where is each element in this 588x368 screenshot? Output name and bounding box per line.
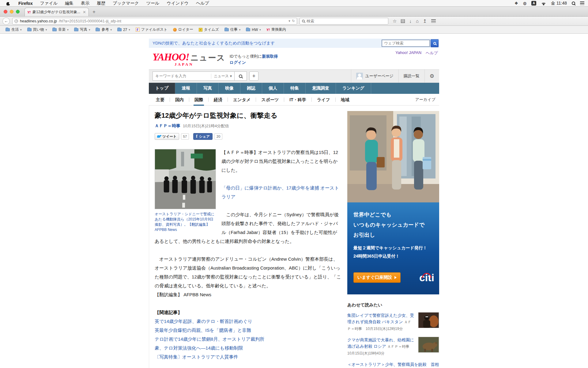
notification-center-icon[interactable] <box>580 2 584 5</box>
subtab-kokunai[interactable]: 国内 <box>170 98 189 102</box>
tab-top[interactable]: トップ <box>149 83 175 94</box>
reload-icon[interactable]: ↻ <box>292 19 295 23</box>
site-identity-icon[interactable] <box>14 19 18 23</box>
menu-help[interactable]: ヘルプ <box>192 1 213 6</box>
menubar-clock[interactable]: 金 11:48 <box>551 1 567 6</box>
related-link-2[interactable]: 英最年少自爆犯の両親、ISを「臆病者」と非難 <box>155 326 342 335</box>
bookmark-folder-ongaku[interactable]: 音楽▾ <box>50 27 71 32</box>
facebook-share-button[interactable]: f シェア <box>193 133 213 140</box>
tweet-button[interactable]: ツイート <box>155 133 179 140</box>
browser-search-box[interactable] <box>300 18 388 25</box>
input-method-icon[interactable]: A <box>531 1 536 6</box>
help-link[interactable]: ヘルプ <box>426 50 438 56</box>
recommend-item-1[interactable]: 集団レイプで警察官訴えた少女、受理されず焼身自殺 パキスタン ＡＦＰ＝時事 10… <box>347 312 439 332</box>
back-button[interactable]: ← <box>2 17 10 25</box>
bookmark-folder-seikatsu[interactable]: 生活▾ <box>3 27 24 32</box>
keyword-field[interactable]: ニュース▾ <box>153 71 235 81</box>
bookmark-folder-kaimono[interactable]: 買い物▾ <box>25 27 50 32</box>
login-link[interactable]: ログイン <box>230 60 246 65</box>
zoom-window-button[interactable] <box>16 10 20 13</box>
browser-tab[interactable]: Y! 豪12歳少年がテロ監視対象... ✕ <box>24 8 89 16</box>
tab-kojin[interactable]: 個人 <box>262 83 284 94</box>
search-scope-dropdown[interactable]: ニュース▾ <box>211 74 232 79</box>
bookmark-times[interactable]: Tタイムズ <box>196 27 221 32</box>
web-search-field[interactable] <box>382 40 430 47</box>
settings-button[interactable]: ⚙ <box>424 70 439 82</box>
wifi-icon[interactable] <box>541 2 546 5</box>
citi-ad[interactable]: 世界中どこでも いつものキャッシュカードで お引出し 最短２週間でキャッシュカー… <box>347 111 439 294</box>
ad-cta-button[interactable]: いますぐ口座開設 <box>353 272 401 283</box>
tab-tokushu[interactable]: 特集 <box>284 83 306 94</box>
web-search-button[interactable] <box>431 39 439 47</box>
related-link-5[interactable]: 〔写真特集〕オーストラリアで人質事件 <box>155 352 342 361</box>
menu-window[interactable]: ウインドウ <box>163 1 192 6</box>
tab-shashin[interactable]: 写真 <box>197 83 219 94</box>
yahoo-news-logo[interactable]: YAHOO!ニュース JAPAN <box>153 52 225 66</box>
menu-bookmarks[interactable]: ブックマーク <box>109 1 143 6</box>
subtab-life[interactable]: ライフ <box>311 98 335 102</box>
menu-tools[interactable]: ツール <box>143 1 163 6</box>
related-link-1[interactable]: 英で14歳少年起訴、豪のテロ・斬首計画めぐり <box>155 317 342 326</box>
menu-edit[interactable]: 編集 <box>61 1 77 6</box>
recommend-thumbnail[interactable] <box>418 312 439 332</box>
article-source-link[interactable]: ＡＦＰ＝時事 <box>155 123 180 129</box>
tab-zasshi[interactable]: 雑誌 <box>240 83 262 94</box>
browser-search-input[interactable] <box>307 19 386 23</box>
related-inline-link[interactable]: 「母の日」に爆弾テロ計画か、17歳少年を逮捕 オーストラリア <box>221 185 339 199</box>
spotlight-icon[interactable] <box>572 2 575 5</box>
recommend-title[interactable]: ＜オーストラリア＞少年、警察職員を銃殺 首相「テロ行為」 <box>347 362 439 368</box>
subtab-entame[interactable]: エンタメ <box>228 98 256 102</box>
subtab-sports[interactable]: スポーツ <box>256 98 284 102</box>
bookmark-reuters[interactable]: ロイター <box>171 27 196 32</box>
subtab-it[interactable]: IT・科学 <box>284 98 311 102</box>
bookmark-folder-27[interactable]: 27▾ <box>115 28 133 32</box>
subscriptions-link[interactable]: 購読一覧 <box>398 70 424 82</box>
status-dot-icon[interactable]: ◍ <box>523 1 526 6</box>
add-search-button[interactable]: + <box>249 71 258 81</box>
recommend-item-3[interactable]: ＜オーストラリア＞少年、警察職員を銃殺 首相「テロ行為」 毎日新聞 10月3日(… <box>347 361 439 368</box>
tab-ranking[interactable]: ランキング <box>336 83 371 94</box>
bookmark-filepost[interactable]: Fファイルポスト <box>133 27 170 32</box>
urlbar-dropdown-icon[interactable]: ▾ <box>288 19 290 23</box>
minimize-window-button[interactable] <box>10 10 13 13</box>
article-photo[interactable]: オーストラリア・シドニーで警戒にあたる機動隊員ら（2015年10月9日撮影、資料… <box>155 149 216 232</box>
downloads-icon[interactable]: ↓ <box>409 18 412 24</box>
close-window-button[interactable] <box>4 10 7 13</box>
menu-hamburger-icon[interactable] <box>431 19 436 23</box>
menu-view[interactable]: 表示 <box>77 1 93 6</box>
related-link-4[interactable]: 豪、テロ対策法強化へ―14歳にも移動制限 <box>155 343 342 352</box>
recommend-item-2[interactable]: クマが商業施設で大暴れ、幼稚園に逃げ込み射殺 ロシア ＡＦＰ＝時事 10月15日… <box>347 337 439 356</box>
related-link-3[interactable]: テロ計画で14歳少年に禁錮8月、オーストリア裁判所 <box>155 335 342 343</box>
bookmark-star-icon[interactable]: ☆ <box>393 18 397 24</box>
tab-sokuho[interactable]: 速報 <box>175 83 197 94</box>
tab-ishikichosa[interactable]: 意識調査 <box>306 83 336 94</box>
yahoo-japan-link[interactable]: Yahoo! JAPAN <box>395 50 421 56</box>
menu-file[interactable]: ファイル <box>36 1 61 6</box>
subtab-chiiki[interactable]: 地域 <box>335 98 355 102</box>
promo-link[interactable]: YDNの技術で、あなたと社会をよくするための活動をつなげます <box>153 40 275 46</box>
url-bar[interactable]: headlines.yahoo.co.jp /hl?a=20151015-000… <box>12 18 297 25</box>
photo-caption[interactable]: オーストラリア・シドニーで警戒にあたる機動隊員ら（2015年10月9日撮影、資料… <box>155 212 216 232</box>
subtab-kokusai[interactable]: 国際 <box>189 98 208 102</box>
apple-menu-icon[interactable] <box>6 1 10 6</box>
home-icon[interactable]: ⌂ <box>416 18 419 24</box>
bookmark-folder-shashin[interactable]: 写真▾ <box>72 27 93 32</box>
menu-history[interactable]: 履歴 <box>93 1 109 6</box>
news-search-button[interactable] <box>235 71 247 81</box>
tab-close-icon[interactable]: ✕ <box>83 10 86 14</box>
dropbox-icon[interactable]: ❖ <box>514 1 518 6</box>
signup-link[interactable]: 新規取得 <box>262 54 278 59</box>
tab-eizo[interactable]: 映像 <box>219 83 240 94</box>
archive-link[interactable]: アーカイブ <box>415 97 437 102</box>
menu-firefox[interactable]: Firefox <box>15 1 36 6</box>
keyword-input[interactable] <box>155 74 211 78</box>
web-search-input[interactable] <box>384 41 433 45</box>
bookmark-folder-hw[interactable]: HW▾ <box>243 28 263 32</box>
bookmark-transit[interactable]: Y!乗換案内 <box>264 27 288 32</box>
bookmarks-panel-icon[interactable] <box>401 19 405 23</box>
new-tab-button[interactable]: + <box>89 9 99 16</box>
userpage-link[interactable]: ユーザーページ <box>351 70 398 82</box>
share-icon[interactable]: ↥ <box>423 18 427 24</box>
recommend-thumbnail[interactable] <box>418 337 439 356</box>
subtab-keizai[interactable]: 経済 <box>208 98 228 102</box>
